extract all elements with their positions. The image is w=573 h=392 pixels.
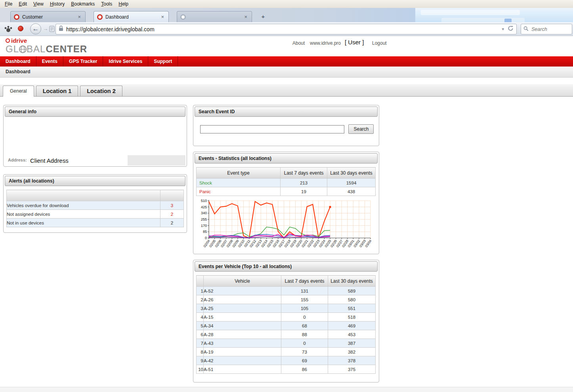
vehicle-name: A-15 xyxy=(204,313,281,322)
alert-row[interactable]: Vehicles overdue for download 3 xyxy=(7,201,184,210)
svg-text:340: 340 xyxy=(201,211,207,215)
events-30d: 469 xyxy=(328,322,376,330)
user-link[interactable]: [ User ] xyxy=(345,39,364,46)
events-30d: 589 xyxy=(328,287,376,295)
row-index: 1 xyxy=(197,287,204,295)
address-empty-cell xyxy=(128,155,185,166)
events-7d: 69 xyxy=(281,356,328,365)
row-index: 3 xyxy=(197,304,204,313)
url-text[interactable]: https://globalcenter.idriveglobal.com xyxy=(66,26,498,32)
vehicles-header-cell xyxy=(197,276,204,287)
table-row[interactable]: 8 A-19 73 382 xyxy=(197,348,376,356)
nav-idrive-services[interactable]: Idrive Services xyxy=(103,56,148,67)
url-bar[interactable]: https://globalcenter.idriveglobal.com ▾ xyxy=(55,24,517,34)
search-event-panel: Search Event ID Search xyxy=(193,105,379,146)
nav-support[interactable]: Support xyxy=(148,56,178,67)
stats-header-cell: Last 30 days events xyxy=(327,167,376,179)
menu-file[interactable]: File xyxy=(2,0,15,8)
events-30d: 387 xyxy=(328,339,376,348)
table-row[interactable]: 10 A-51 86 375 xyxy=(197,365,376,374)
menu-history[interactable]: History xyxy=(47,0,68,8)
stats-row[interactable]: Shock 213 1594 xyxy=(197,179,376,187)
tab-close-icon[interactable]: × xyxy=(243,14,248,20)
row-index: 9 xyxy=(197,356,204,365)
events-7d: 131 xyxy=(281,287,328,295)
events-7d: 155 xyxy=(281,295,328,304)
alert-label: Vehicles overdue for download xyxy=(7,201,160,210)
logout-link[interactable]: Logout xyxy=(372,40,387,46)
tab-location-1[interactable]: Location 1 xyxy=(36,86,78,96)
new-tab-button[interactable]: + xyxy=(258,12,268,21)
globe-icon xyxy=(19,45,27,55)
table-row[interactable]: 6 A-28 88 453 xyxy=(197,330,376,339)
table-row[interactable]: 4 A-15 0 518 xyxy=(197,313,376,322)
row-index: 10 xyxy=(197,365,204,374)
tab-location-2[interactable]: Location 2 xyxy=(80,86,122,96)
panel-title: General info xyxy=(5,107,185,117)
nav-dashboard[interactable]: Dashboard xyxy=(0,56,36,67)
events-30d: 438 xyxy=(327,187,376,196)
vehicle-name: A-19 xyxy=(204,348,281,356)
record-icon[interactable] xyxy=(18,26,23,31)
row-index: 4 xyxy=(197,313,204,322)
nav-gps-tracker[interactable]: GPS Tracker xyxy=(63,56,103,67)
table-row[interactable]: 5 A-34 68 469 xyxy=(197,322,376,330)
address-value: Client Address xyxy=(30,157,69,164)
events-30d: 378 xyxy=(328,356,376,365)
browser-tab-dashboard[interactable]: Dashboard × xyxy=(94,11,169,22)
alert-row[interactable]: Not assigned devices 2 xyxy=(7,210,184,219)
events-7d: 86 xyxy=(281,365,328,374)
events-7d: 0 xyxy=(281,339,328,348)
paw-extension-icon[interactable] xyxy=(4,25,13,34)
table-row[interactable]: 2 A-26 155 580 xyxy=(197,295,376,304)
table-row[interactable]: 1 A-52 131 589 xyxy=(197,287,376,295)
panel-title: Events per Vehicle (Top 10 - all locatio… xyxy=(195,261,378,272)
panel-title: Search Event ID xyxy=(195,107,378,117)
idrive-logo[interactable]: idrive GLBALCENTER xyxy=(6,37,87,56)
stats-header-cell: Event type xyxy=(197,167,281,179)
page-tab-strip: General Location 1 Location 2 xyxy=(0,84,573,97)
alert-row[interactable]: Not in use devices 2 xyxy=(7,219,184,227)
browser-search-box[interactable] xyxy=(521,24,572,34)
url-dropdown-icon[interactable]: ▾ xyxy=(501,27,505,32)
table-row[interactable]: 3 A-25 105 551 xyxy=(197,304,376,313)
browser-search-input[interactable] xyxy=(531,26,567,32)
table-row[interactable]: 7 A-43 0 387 xyxy=(197,339,376,348)
browser-tab-blank[interactable]: × xyxy=(177,11,252,22)
tab-close-icon[interactable]: × xyxy=(160,14,165,20)
row-index: 7 xyxy=(197,339,204,348)
vehicles-header-cell: Last 7 days events xyxy=(281,276,328,287)
menu-tools[interactable]: Tools xyxy=(98,0,115,8)
artifact-shape xyxy=(421,10,520,15)
search-button[interactable]: Search xyxy=(348,124,374,134)
events-7d: 19 xyxy=(281,187,327,196)
event-type: Panic xyxy=(197,187,281,196)
about-link[interactable]: About xyxy=(292,40,305,46)
stats-row[interactable]: Panic 19 438 xyxy=(197,187,376,196)
svg-text:425: 425 xyxy=(201,205,207,209)
forward-button[interactable]: → xyxy=(42,25,49,32)
nav-events[interactable]: Events xyxy=(36,56,63,67)
event-id-input[interactable] xyxy=(200,125,344,133)
events-30d: 382 xyxy=(328,348,376,356)
page-bookmark-icon[interactable] xyxy=(49,26,55,34)
row-index: 5 xyxy=(197,322,204,330)
tab-close-icon[interactable]: × xyxy=(76,14,82,20)
menu-bookmarks[interactable]: Bookmarks xyxy=(68,0,98,8)
events-stats-chart: 08517025534042551002/0402/0502/0602/0702… xyxy=(195,198,374,256)
menu-help[interactable]: Help xyxy=(115,0,132,8)
back-button[interactable]: ← xyxy=(30,23,41,34)
table-row[interactable]: 9 A-42 69 378 xyxy=(197,356,376,365)
events-30d: 551 xyxy=(328,304,376,313)
site-link[interactable]: www.idrive.pro xyxy=(310,40,341,46)
menu-edit[interactable]: Edit xyxy=(15,0,30,8)
menu-view[interactable]: View xyxy=(30,0,47,8)
tab-general[interactable]: General xyxy=(3,86,34,97)
events-30d: 1594 xyxy=(327,179,376,187)
idrive-circle-icon xyxy=(6,38,10,43)
browser-tab-customer[interactable]: Customer × xyxy=(10,11,86,22)
reload-icon[interactable] xyxy=(508,25,514,33)
main-nav-bar: Dashboard Events GPS Tracker Idrive Serv… xyxy=(0,56,573,67)
svg-text:85: 85 xyxy=(203,230,207,234)
svg-text:510: 510 xyxy=(201,199,207,203)
